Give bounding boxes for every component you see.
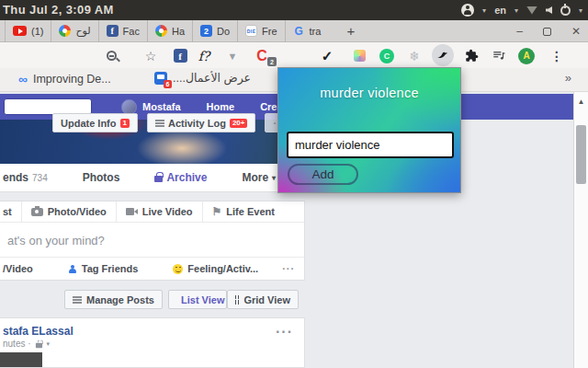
post-image[interactable] (0, 352, 42, 367)
restore-icon[interactable] (543, 28, 551, 36)
tab-youtube[interactable]: (1) (5, 20, 51, 42)
snowflake-extension-icon[interactable]: ❄ (405, 47, 424, 64)
tab-label: More (242, 171, 268, 184)
chevron-down-icon[interactable]: ▾ (514, 6, 518, 15)
window-controls: – ✕ (516, 25, 581, 38)
photo-video-button[interactable]: /Video (0, 258, 42, 280)
tab-label: لوح (75, 25, 90, 37)
tab-do[interactable]: 2 Do (193, 20, 238, 42)
accessibility-icon[interactable] (461, 4, 474, 17)
scroll-up-arrow[interactable]: ▲ (574, 98, 588, 106)
popup-title: murder violence (278, 86, 460, 100)
tab-arabic-site[interactable]: لوح (51, 20, 98, 42)
chevron-down-icon: ▾ (272, 174, 276, 182)
tab-translate[interactable]: G tra (286, 20, 329, 42)
bookmark-star-icon[interactable]: ☆ (141, 47, 160, 64)
tab-label: Photo/Video (48, 206, 107, 217)
app-favicon: 6 (154, 72, 167, 85)
tab-label: Ha (172, 26, 185, 37)
facebook-extension-icon[interactable]: f (171, 47, 189, 64)
button-label: Tag Friends (82, 263, 139, 274)
life-event-tab[interactable]: ⚑ Life Event (203, 201, 284, 222)
page-scrollbar[interactable]: ▲ (573, 92, 588, 368)
chevron-down-icon[interactable]: ▾ (579, 6, 582, 15)
volume-icon[interactable] (546, 6, 552, 14)
live-video-tab[interactable]: Live Video (117, 201, 203, 222)
tag-friends-button[interactable]: Tag Friends (59, 258, 148, 280)
extension-badge: 2 (267, 57, 277, 66)
close-button[interactable]: ✕ (571, 25, 581, 38)
pinwheel-icon (155, 25, 167, 37)
add-button[interactable]: Add (288, 164, 358, 185)
bookmark-arabic[interactable]: 6 عرض الأعمال.... (154, 71, 251, 85)
bird-icon (436, 49, 449, 62)
update-info-button[interactable]: Update Info 1 (52, 113, 138, 132)
minimize-button[interactable]: – (516, 25, 523, 38)
tab-archive[interactable]: Archive (143, 171, 218, 184)
list-icon (155, 120, 164, 127)
tab-fre[interactable]: DIE Fre (238, 20, 286, 42)
tab-friends[interactable]: ends 734 (0, 171, 59, 184)
system-tray: ▾ en ▾ ▾ (461, 0, 582, 20)
zoom-out-icon[interactable] (102, 47, 120, 64)
tab-label: Life Event (226, 206, 275, 217)
button-label: Activity Log (168, 118, 226, 129)
bookmark-improving[interactable]: ∞ Improving De... (18, 72, 111, 86)
new-tab-button[interactable]: + (341, 23, 360, 39)
photo-video-tab[interactable]: Photo/Video (22, 201, 117, 222)
notification-badge: 1 (120, 119, 130, 128)
smiley-icon (173, 264, 183, 274)
system-clock[interactable]: Thu Jul 2, 3:09 AM (3, 3, 114, 17)
bookmarks-overflow-icon[interactable]: » (565, 71, 571, 85)
composer-more-button[interactable]: ··· (282, 263, 295, 274)
infinity-icon: ∞ (18, 72, 28, 86)
popup-text-input[interactable] (287, 132, 454, 158)
profile-photo[interactable] (121, 99, 137, 115)
browser-menu-icon[interactable]: ⋮ (548, 47, 566, 64)
chevron-down-icon[interactable]: ▾ (482, 6, 486, 15)
create-post-tab[interactable]: st (0, 201, 22, 222)
manage-posts-button[interactable]: Manage Posts (64, 290, 163, 309)
button-label: Update Info (61, 118, 117, 129)
activity-log-button[interactable]: Activity Log 20+ (147, 113, 256, 132)
list-view-button[interactable]: List View (168, 290, 227, 309)
tab-label: Live Video (142, 206, 193, 217)
nav-home-link[interactable]: Home (194, 101, 248, 112)
tab-facebook[interactable]: f Fac (99, 20, 148, 42)
grid-view-button[interactable]: Grid View (227, 290, 299, 309)
button-label: Feeling/Activ... (187, 263, 258, 274)
checkmark-extension-icon[interactable]: ✓ (318, 47, 336, 64)
chevron-extension-icon[interactable]: ▼ (223, 47, 242, 64)
f-question-extension-icon[interactable]: f? (195, 47, 213, 64)
wifi-icon[interactable] (526, 6, 537, 15)
c-red-extension-icon[interactable]: C2 (253, 47, 271, 64)
tab-label: ends (3, 171, 28, 184)
puzzle-extensions-icon[interactable] (462, 47, 481, 64)
google-g-icon: G (293, 25, 305, 37)
grid-icon (235, 295, 239, 305)
chevron-down-icon: ▾ (47, 340, 51, 348)
colorful-extension-icon[interactable] (350, 47, 368, 64)
profile-avatar[interactable]: A (517, 47, 536, 64)
tab-photos[interactable]: Photos (72, 171, 131, 184)
green-c-extension-icon[interactable]: C (378, 47, 396, 64)
bird-extension-icon-active[interactable] (432, 44, 454, 66)
tab-ha[interactable]: Ha (148, 20, 193, 42)
extension-popup: murder violence Add (277, 67, 461, 193)
post-more-button[interactable]: ··· (276, 324, 293, 340)
feeling-activity-button[interactable]: Feeling/Activ... (164, 258, 267, 280)
power-icon[interactable] (560, 6, 571, 16)
status-prompt[interactable]: at's on your mind? (0, 223, 304, 259)
nav-profile-link[interactable]: Mostafa (142, 101, 194, 112)
camera-icon (31, 208, 43, 216)
language-indicator[interactable]: en (494, 5, 506, 16)
post-author[interactable]: stafa ELassal (3, 325, 74, 338)
tab-label: Archive (166, 171, 207, 184)
browser-tab-strip: (1) لوح f Fac Ha 2 Do DIE Fre G tra + (0, 20, 588, 42)
playlist-icon[interactable] (490, 47, 508, 64)
post-card: stafa ELassal nutes · ▾ ··· (0, 317, 305, 368)
scrollbar-thumb[interactable] (576, 125, 586, 184)
flag-icon: ⚑ (212, 205, 222, 218)
tab-label: Fre (262, 26, 277, 37)
facebook-icon: f (107, 25, 119, 37)
